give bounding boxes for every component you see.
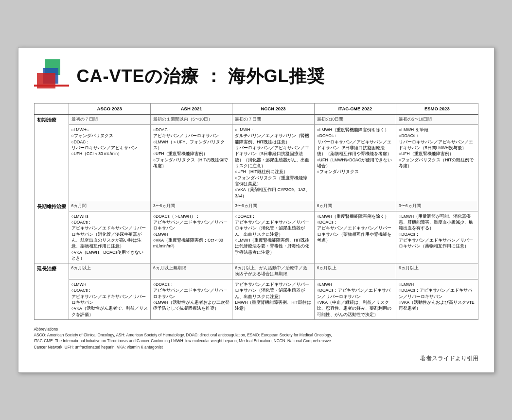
citation: 著者スライドより引用 (34, 354, 478, 363)
subheader-0-4: 最初の5〜10日間 (396, 114, 478, 124)
subheader-1-0: 6ヵ月間 (69, 201, 150, 211)
subheader-1-4: 3〜6ヵ月間 (396, 201, 478, 211)
table-header-row: ASCO 2023 ASH 2021 NCCN 2023 ITAC-CME 20… (34, 103, 478, 114)
subheader-2-0: 6ヵ月以上 (69, 263, 150, 280)
subheader-2-1: 6ヵ月以上無期限 (150, 263, 232, 280)
cell-2-3: ○LMWH ○DOACs：アビキサバン／エドキサバン／リバーロキサバン ○VKA… (314, 280, 396, 320)
table-row: 初期治療最初の７日間最初の１週間以内（5〜10日）最初の７日間最初の10日間最初… (34, 114, 478, 124)
page-container: CA-VTEの治療 ： 海外GL推奨 ASCO 2023 ASH 2021 NC… (18, 47, 494, 373)
table-row: ○LMWHs ○DOACs： アビキサバン／エドキサバン／リバーロキサバン（消化… (34, 211, 478, 263)
subheader-2-2: 6ヵ月以上、がん活動中／治療中／危険因子がある場合は無期限 (232, 263, 314, 280)
cell-1-2: ○DOACs： アビキサバン／エドキサバン／リバーロキサバン（消化管・泌尿生殖器… (232, 211, 314, 263)
main-table: ASCO 2023 ASH 2021 NCCN 2023 ITAC-CME 20… (34, 103, 478, 320)
subheader-0-1: 最初の１週間以内（5〜10日） (150, 114, 232, 124)
cell-0-2: ○LMWH： ダルテパリン／エノキサパリン（腎機能障害例、HIT既往は注意） リ… (232, 125, 314, 201)
cell-1-0: ○LMWHs ○DOACs： アビキサバン／エドキサバン／リバーロキサバン（消化… (69, 211, 150, 263)
col-header-asco: ASCO 2023 (69, 103, 150, 114)
cell-2-4: ○LMWH ○DOACs：アビキサバン／エドキサバン／リバーロキサバン ○VKA… (396, 280, 478, 320)
cell-0-0: ○LMWHs ○フォンダパリヌクス ○DOAC： リバーロキサバン／アビキサバン… (69, 125, 150, 201)
table-row: ○LMWH ○DOACs： アビキサバン／エドキサバン／リバーロキサバン ○VK… (34, 280, 478, 320)
cell-1-3: ○LMWH（重度腎機能障害例を除く） ○DOACs： アビキサバン／エドキサバン… (314, 211, 396, 263)
page-title: CA-VTEの治療 ： 海外GL推奨 (77, 65, 325, 88)
subheader-2-4: 6ヵ月以上 (396, 263, 478, 280)
cell-1-1: ○DOACs（＞LMWH）： アビキサバン／エドキサバン／リバーロキサバン ○L… (150, 211, 232, 263)
col-header-ash: ASH 2021 (150, 103, 232, 114)
table-row: 長期維持治療6ヵ月間3〜6ヵ月間3〜6ヵ月間6ヵ月間3〜6ヵ月間 (34, 201, 478, 211)
subheader-2-3: 6ヵ月以上 (314, 263, 396, 280)
category-1: 長期維持治療 (34, 201, 69, 263)
category-2: 延長治療 (34, 263, 69, 320)
col-header-nccn: NCCN 2023 (232, 103, 314, 114)
subheader-0-0: 最初の７日間 (69, 114, 150, 124)
subheader-1-1: 3〜6ヵ月間 (150, 201, 232, 211)
subheader-1-3: 6ヵ月間 (314, 201, 396, 211)
table-row: 延長治療6ヵ月以上6ヵ月以上無期限6ヵ月以上、がん活動中／治療中／危険因子がある… (34, 263, 478, 280)
cell-2-1: ○DOACs： アビキサバン／エドキサバン／リバーロキサバン ○LMWH（活動性… (150, 280, 232, 320)
cell-1-4: ○LMWH（用量調節が可能、消化器疾患、肝機能障害、重度血小板減少、航範出血を有… (396, 211, 478, 263)
cell-0-3: ○LMWH（重度腎機能障害例を除く） ○DOACs： リバーロキサバン／アビキサ… (314, 125, 396, 201)
cell-0-1: ○DOAC： アビキサバン／リバーロキサバン ○LMWH（＞UFH、フォンダパリ… (150, 125, 232, 201)
logo-red-line (34, 85, 69, 87)
subheader-1-2: 3〜6ヵ月間 (232, 201, 314, 211)
logo (34, 59, 69, 94)
col-header-itac: ITAC-CME 2022 (314, 103, 396, 114)
header: CA-VTEの治療 ： 海外GL推奨 (34, 59, 478, 94)
table-row: ○LMWHs ○フォンダパリヌクス ○DOAC： リバーロキサバン／アビキサバン… (34, 125, 478, 201)
col-header-esmo: ESMO 2023 (396, 103, 478, 114)
cell-2-2: アビキサバン／エドキサバン／リバーロキサバン（消化管・泌尿生殖器がん、出血リスク… (232, 280, 314, 320)
col-header-0 (34, 103, 69, 114)
subheader-0-3: 最初の10日間 (314, 114, 396, 124)
cell-0-4: ○LMWH を筆頭 ○DOACs： リバーロキサバン／アビキサバン／エドキサバン… (396, 125, 478, 201)
abbreviations: Abbreviations ASCO: American Society of … (34, 324, 478, 350)
cell-2-0: ○LMWH ○DOACs： アビキサバン／エドキサバン／リバーロキサバン ○VK… (69, 280, 150, 320)
category-0: 初期治療 (34, 114, 69, 201)
subheader-0-2: 最初の７日間 (232, 114, 314, 124)
